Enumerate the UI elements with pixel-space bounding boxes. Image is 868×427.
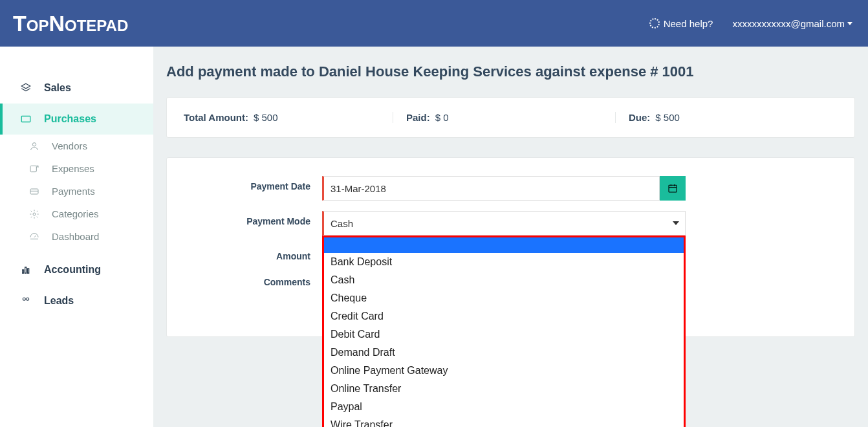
- payment-date-input[interactable]: [322, 176, 660, 201]
- row-payment-date: Payment Date: [193, 176, 829, 201]
- payment-mode-select[interactable]: Cash: [322, 211, 686, 235]
- people-icon: [19, 294, 32, 307]
- summary-total: Total Amount: $ 500: [184, 112, 393, 123]
- person-icon: [28, 141, 40, 151]
- sidebar-sub-payments[interactable]: Payments: [0, 180, 153, 203]
- user-menu[interactable]: xxxxxxxxxxxx@gmail.com: [732, 18, 852, 29]
- sidebar-sub-expenses[interactable]: Expenses: [0, 157, 153, 180]
- sidebar-item-label: Accounting: [44, 264, 101, 276]
- payment-date-label: Payment Date: [193, 176, 322, 192]
- row-payment-mode: Payment Mode Cash Bank Deposit Cash Cheq…: [193, 211, 829, 235]
- chevron-down-icon: [847, 22, 852, 25]
- payment-mode-label: Payment Mode: [193, 211, 322, 226]
- sidebar-item-accounting[interactable]: Accounting: [0, 254, 153, 285]
- sidebar-sub-categories[interactable]: Categories: [0, 203, 153, 225]
- sidebar-sub-dashboard[interactable]: Dashboard: [0, 225, 153, 248]
- gear-icon: [28, 209, 40, 219]
- app-header: TopNotepad Need help? xxxxxxxxxxxx@gmail…: [0, 0, 868, 47]
- main-content: Add payment made to Daniel House Keeping…: [153, 47, 868, 427]
- sidebar-item-label: Vendors: [52, 140, 87, 151]
- calendar-icon: [667, 183, 678, 193]
- svg-rect-1: [21, 116, 30, 122]
- sidebar: Sales Purchases Vendors Expenses Payment: [0, 47, 153, 427]
- svg-point-13: [27, 298, 29, 300]
- gauge-icon: [28, 232, 40, 242]
- sidebar-item-label: Payments: [52, 186, 95, 197]
- summary-total-value: $ 500: [254, 112, 278, 123]
- svg-rect-14: [669, 185, 677, 192]
- sidebar-item-label: Purchases: [44, 113, 96, 125]
- dropdown-option[interactable]: Cheque: [324, 289, 684, 307]
- dropdown-option[interactable]: Debit Card: [324, 325, 684, 344]
- help-label: Need help?: [664, 18, 713, 29]
- bar-chart-icon: [19, 263, 32, 276]
- layers-icon: [19, 82, 32, 94]
- card-icon: [19, 113, 32, 126]
- svg-line-7: [34, 235, 36, 237]
- dropdown-option-blank[interactable]: [324, 237, 684, 253]
- dropdown-option[interactable]: Bank Deposit: [324, 253, 684, 271]
- dropdown-option[interactable]: Wire Transfer: [324, 416, 684, 427]
- user-email: xxxxxxxxxxxx@gmail.com: [732, 18, 845, 29]
- svg-point-2: [32, 142, 36, 146]
- svg-rect-9: [23, 270, 24, 273]
- svg-marker-0: [21, 83, 30, 89]
- summary-due-label: Due:: [629, 112, 650, 123]
- sidebar-item-label: Expenses: [52, 163, 94, 174]
- payment-mode-value: Cash: [331, 218, 353, 229]
- svg-rect-11: [28, 268, 29, 273]
- sidebar-item-label: Sales: [44, 82, 71, 94]
- summary-paid: Paid: $ 0: [393, 112, 615, 123]
- sidebar-item-purchases[interactable]: Purchases: [0, 104, 153, 135]
- payment-mode-dropdown: Bank Deposit Cash Cheque Credit Card Deb…: [322, 235, 686, 427]
- app-logo: TopNotepad: [13, 11, 128, 36]
- summary-paid-value: $ 0: [435, 112, 449, 123]
- dropdown-option[interactable]: Credit Card: [324, 307, 684, 325]
- sidebar-item-leads[interactable]: Leads: [0, 285, 153, 316]
- help-link[interactable]: Need help?: [649, 18, 713, 29]
- header-right: Need help? xxxxxxxxxxxx@gmail.com: [649, 18, 852, 29]
- credit-card-icon: [28, 186, 40, 197]
- svg-rect-10: [25, 267, 27, 273]
- dropdown-option[interactable]: Online Transfer: [324, 380, 684, 398]
- chevron-down-icon: [673, 221, 679, 225]
- dropdown-option[interactable]: Paypal: [324, 398, 684, 416]
- summary-paid-label: Paid:: [406, 112, 430, 123]
- payment-form: Payment Date Payment Mode Cash: [166, 157, 855, 337]
- summary-total-label: Total Amount:: [184, 112, 248, 123]
- svg-point-12: [23, 298, 25, 300]
- svg-rect-4: [30, 189, 38, 194]
- sidebar-item-sales[interactable]: Sales: [0, 72, 153, 104]
- summary-due: Due: $ 500: [615, 112, 838, 123]
- sidebar-sub-vendors[interactable]: Vendors: [0, 135, 153, 157]
- dropdown-option[interactable]: Demand Draft: [324, 344, 684, 362]
- calendar-button[interactable]: [660, 176, 686, 201]
- page-title: Add payment made to Daniel House Keeping…: [166, 63, 855, 80]
- amount-label: Amount: [193, 246, 322, 261]
- svg-rect-3: [30, 166, 36, 171]
- summary-card: Total Amount: $ 500 Paid: $ 0 Due: $ 500: [166, 97, 855, 138]
- svg-point-6: [33, 213, 36, 215]
- comments-label: Comments: [193, 272, 322, 287]
- dropdown-option[interactable]: Cash: [324, 271, 684, 289]
- sidebar-item-label: Leads: [44, 295, 74, 307]
- dropdown-option[interactable]: Online Payment Gateway: [324, 362, 684, 380]
- sidebar-item-label: Categories: [52, 208, 99, 219]
- share-icon: [28, 164, 40, 174]
- sidebar-item-label: Dashboard: [52, 231, 99, 242]
- summary-due-value: $ 500: [655, 112, 680, 123]
- help-icon: [649, 18, 660, 28]
